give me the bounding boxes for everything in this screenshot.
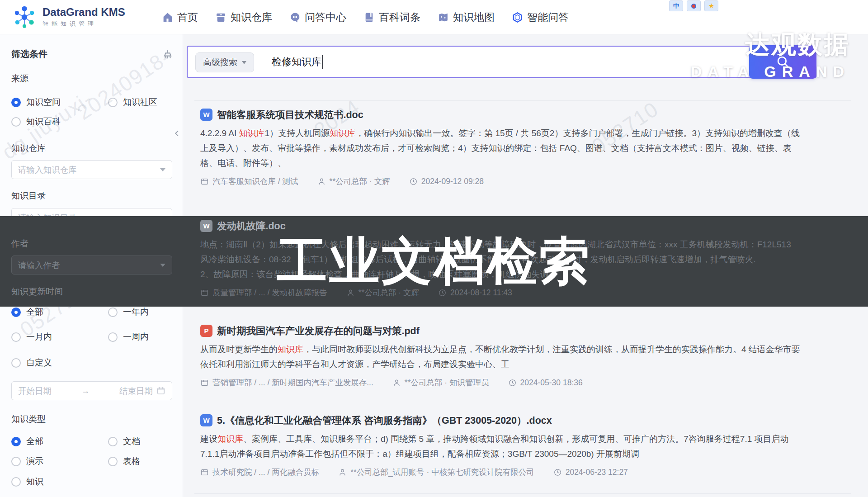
result-path[interactable]: 汽车客服知识仓库 / 测试 xyxy=(200,176,298,187)
result-path[interactable]: 技术研究院 / ... / 两化融合贯标 xyxy=(200,467,319,478)
radio-dot xyxy=(11,477,21,487)
nav-item-knowledge-repo[interactable]: 知识仓库 xyxy=(215,10,272,24)
result-meta: 营销管理部 / ... / 新时期国内汽车产业发展存... **公司总部 · 知… xyxy=(200,377,851,388)
update-time-label: 知识更新时间 xyxy=(11,286,63,298)
result-author: **公司总部 · 文辉 xyxy=(317,176,390,187)
radio-type-sheet[interactable]: 表格 xyxy=(108,455,140,467)
brand-logo[interactable]: DataGrand KMS 智能知识管理 xyxy=(12,5,125,30)
result-time: 2024-08-12 11:43 xyxy=(438,288,512,298)
clock-icon xyxy=(438,289,447,297)
date-range-input[interactable]: 开始日期 → 结束日期 xyxy=(11,381,172,400)
radio-dot xyxy=(11,117,21,127)
person-icon xyxy=(338,468,347,477)
brand-subtitle: 智能知识管理 xyxy=(42,20,125,28)
result-snippet: 从而及时更新学生的知识库，与此同时教师要以现代创新科技为立足点，不断优化教学计划… xyxy=(200,342,851,372)
radio-type-knowledge[interactable]: 知识 xyxy=(11,476,108,488)
filter-title: 筛选条件 xyxy=(11,48,47,60)
clock-icon xyxy=(553,468,562,477)
clear-filters-button[interactable] xyxy=(161,49,175,62)
nav-label: 智能问答 xyxy=(527,10,569,24)
folder-icon xyxy=(200,289,209,297)
nav-item-smart-qa[interactable]: 智能问答 xyxy=(512,10,569,24)
result-time: 2024-09-12 09:28 xyxy=(409,177,484,186)
calendar-icon xyxy=(156,386,165,395)
hexagon-ai-icon xyxy=(512,12,523,23)
radio-time-custom[interactable]: 自定义 xyxy=(11,357,108,369)
file-type-icon: W xyxy=(200,109,212,121)
radio-knowledge-space[interactable]: 知识空间 xyxy=(11,96,108,108)
radio-dot xyxy=(108,332,118,342)
app-window: dg jiuyuxi-20240918-0527102024052710 Dat… xyxy=(0,0,868,497)
search-button[interactable] xyxy=(749,45,816,79)
sidebar-collapse-button[interactable] xyxy=(172,128,182,139)
folder-icon xyxy=(200,177,209,186)
search-input[interactable]: 检修知识库 xyxy=(272,47,323,77)
result-title-link[interactable]: 新时期我国汽车产业发展存在的问题与对策.pdf xyxy=(217,324,420,337)
radio-time-month[interactable]: 一月内 xyxy=(11,331,108,343)
radio-time-week[interactable]: 一周内 xyxy=(108,331,149,343)
search-result-item: W 发动机故障.doc 地点：湖南Ⅱ（2）如果起重机在大修后出现起动困难、运转无… xyxy=(200,219,851,298)
result-title-link[interactable]: 发动机故障.doc xyxy=(217,219,286,232)
nav-label: 首页 xyxy=(177,10,198,24)
result-meta: 技术研究院 / ... / 两化融合贯标 **公司总部_试用账号 · 中核第七研… xyxy=(200,467,851,478)
result-time: 2024-06-23 12:27 xyxy=(553,468,628,477)
radio-knowledge-community[interactable]: 知识社区 xyxy=(108,96,157,108)
result-path[interactable]: 质量管理部 / ... / 发动机故障报告 xyxy=(200,287,327,298)
radio-type-all[interactable]: 全部 xyxy=(11,435,108,447)
brand-text: DataGrand KMS 智能知识管理 xyxy=(42,6,125,28)
advanced-search-dropdown[interactable]: 高级搜索 xyxy=(195,52,254,72)
result-title-row: W 5.《信息化和工业化融合管理体系 咨询服务指南》（GBT 23005-202… xyxy=(200,413,851,427)
radio-knowledge-wiki[interactable]: 知识百科 xyxy=(11,116,108,128)
search-result-item: W 智能客服系统项目技术规范书.doc 4.2.2.9 AI 知识库1）支持人机… xyxy=(200,108,851,187)
radio-type-presentation[interactable]: 演示 xyxy=(11,455,108,467)
file-type-icon: W xyxy=(200,220,212,232)
nav-item-qa-center[interactable]: 问答中心 xyxy=(289,10,346,24)
source-label: 来源 xyxy=(11,73,28,85)
map-icon xyxy=(438,12,449,23)
file-type-icon: W xyxy=(200,414,212,426)
radio-dot xyxy=(108,457,118,466)
top-navbar: DataGrand KMS 智能知识管理 首页 知识仓库 问答中心 百科词条 xyxy=(0,0,868,34)
radio-dot xyxy=(11,332,21,342)
radio-time-year[interactable]: 一年内 xyxy=(108,306,149,318)
nav-label: 知识地图 xyxy=(453,10,495,24)
language-badge[interactable]: 中 xyxy=(669,0,683,11)
nav-item-knowledge-map[interactable]: 知识地图 xyxy=(438,10,495,24)
nav-item-wiki[interactable]: 百科词条 xyxy=(363,10,420,24)
nav-label: 问答中心 xyxy=(305,10,346,24)
repo-select[interactable]: 请输入知识仓库 xyxy=(11,160,172,179)
catalog-label: 知识目录 xyxy=(11,190,46,202)
person-icon xyxy=(346,289,355,297)
result-path[interactable]: 营销管理部 / ... / 新时期国内汽车产业发展存... xyxy=(200,377,373,388)
radio-time-all[interactable]: 全部 xyxy=(11,306,108,318)
folder-icon xyxy=(200,379,209,387)
result-meta: 质量管理部 / ... / 发动机故障报告 **公司总部 · 文辉 2024-0… xyxy=(200,287,851,298)
chevron-down-icon xyxy=(242,61,246,64)
filter-sidebar: 筛选条件 来源 知识空间 知识社区 知识百科 知识仓库 请输入知识仓库 知识目录… xyxy=(0,34,183,497)
star-icon[interactable]: ★ xyxy=(704,0,718,11)
nav-menu: 首页 知识仓库 问答中心 百科词条 知识地图 智能问答 xyxy=(162,0,569,34)
author-select[interactable]: 请输入作者 xyxy=(11,256,172,275)
result-title-row: P 新时期我国汽车产业发展存在的问题与对策.pdf xyxy=(200,324,851,337)
type-label: 知识类型 xyxy=(11,413,46,425)
result-title-link[interactable]: 5.《信息化和工业化融合管理体系 咨询服务指南》（GBT 23005-2020）… xyxy=(217,414,552,427)
nav-label: 知识仓库 xyxy=(231,10,272,24)
file-type-icon: P xyxy=(200,325,212,337)
folder-icon xyxy=(200,468,209,477)
radio-dot xyxy=(11,98,21,107)
red-dot-icon xyxy=(691,4,696,9)
radio-dot xyxy=(11,308,21,317)
radio-type-document[interactable]: 文档 xyxy=(108,435,140,447)
search-icon xyxy=(775,54,791,70)
broom-icon xyxy=(161,49,175,62)
text-cursor xyxy=(322,55,323,69)
result-title-link[interactable]: 智能客服系统项目技术规范书.doc xyxy=(217,108,363,121)
chevron-down-icon xyxy=(160,264,165,267)
nav-item-home[interactable]: 首页 xyxy=(162,10,198,24)
extension-icon[interactable] xyxy=(687,0,701,11)
result-author: **公司总部_试用账号 · 中核第七研究设计院有限公司 xyxy=(338,467,534,478)
radio-dot xyxy=(11,358,21,368)
brand-name: DataGrand KMS xyxy=(42,6,125,18)
author-label: 作者 xyxy=(11,238,28,250)
result-time: 2024-05-30 18:36 xyxy=(508,378,583,388)
